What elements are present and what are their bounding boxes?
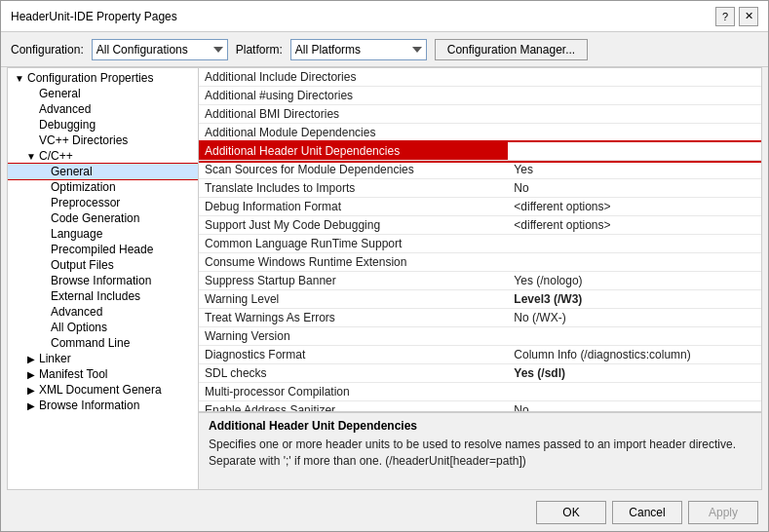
tree-item-optimization[interactable]: Optimization [8, 179, 198, 195]
table-row[interactable]: Debug Information Format<different optio… [199, 198, 761, 216]
tree-panel: ▼Configuration PropertiesGeneralAdvanced… [8, 68, 199, 489]
expand-icon[interactable]: ▶ [23, 354, 39, 364]
tree-item-code-gen[interactable]: Code Generation [8, 210, 198, 226]
prop-name: Debug Information Format [199, 198, 508, 216]
prop-value [508, 87, 761, 105]
tree-item-cmd-line[interactable]: Command Line [8, 335, 198, 351]
tree-item-preprocessor[interactable]: Preprocessor [8, 195, 198, 210]
tree-item-linker[interactable]: ▶Linker [8, 351, 198, 366]
tree-item-language[interactable]: Language [8, 226, 198, 242]
tree-label: VC++ Directories [39, 133, 198, 147]
prop-name: Common Language RunTime Support [199, 235, 508, 253]
tree-item-advanced2[interactable]: Advanced [8, 304, 198, 320]
prop-name: Translate Includes to Imports [199, 179, 508, 198]
table-row[interactable]: Additional Include Directories [199, 68, 761, 87]
table-row[interactable]: Multi-processor Compilation [199, 383, 761, 401]
tree-label: Output Files [51, 258, 198, 272]
dialog-title: HeaderUnit-IDE Property Pages [11, 10, 177, 23]
tree-label: All Options [51, 321, 198, 334]
prop-value: Column Info (/diagnostics:column) [508, 346, 761, 364]
prop-value: Level3 (/W3) [508, 290, 761, 309]
prop-name: Additional #using Directories [199, 87, 508, 105]
table-row[interactable]: SDL checksYes (/sdl) [199, 364, 761, 383]
expand-icon[interactable]: ▼ [12, 73, 27, 84]
tree-label: General [51, 165, 198, 178]
tree-item-browse-info2[interactable]: ▶Browse Information [8, 398, 198, 413]
prop-name: Additional Include Directories [199, 68, 508, 87]
prop-value [508, 124, 761, 142]
table-row[interactable]: Consume Windows Runtime Extension [199, 253, 761, 272]
right-panel: Additional Include DirectoriesAdditional… [199, 68, 761, 489]
tree-item-xml-doc[interactable]: ▶XML Document Genera [8, 382, 198, 398]
platform-select[interactable]: All Platforms [290, 39, 427, 60]
tree-label: Language [51, 227, 198, 241]
table-row[interactable]: Warning Version [199, 327, 761, 346]
tree-label: Optimization [51, 180, 198, 194]
prop-name: Scan Sources for Module Dependencies [199, 161, 508, 179]
prop-value: Yes [508, 161, 761, 179]
table-row[interactable]: Translate Includes to ImportsNo [199, 179, 761, 198]
tree-item-cpp-general[interactable]: General [8, 164, 198, 179]
prop-name: Additional Module Dependencies [199, 124, 508, 142]
prop-value: No [508, 179, 761, 198]
tree-item-general[interactable]: General [8, 86, 198, 101]
ok-button[interactable]: OK [536, 501, 606, 524]
table-row[interactable]: Diagnostics FormatColumn Info (/diagnost… [199, 346, 761, 364]
description-area: Additional Header Unit Dependencies Spec… [199, 411, 761, 489]
expand-icon[interactable]: ▶ [23, 385, 39, 396]
tree-item-vcpp-dirs[interactable]: VC++ Directories [8, 133, 198, 148]
title-controls: ? ✕ [715, 7, 758, 26]
platform-label: Platform: [236, 43, 283, 57]
table-row[interactable]: Additional #using Directories [199, 87, 761, 105]
prop-value [508, 327, 761, 346]
help-button[interactable]: ? [715, 7, 735, 26]
close-button[interactable]: ✕ [739, 7, 758, 26]
table-row[interactable]: Additional BMI Directories [199, 105, 761, 124]
table-row[interactable]: Suppress Startup BannerYes (/nologo) [199, 272, 761, 290]
tree-label: Manifest Tool [39, 367, 198, 381]
tree-label: Code Generation [51, 211, 198, 225]
tree-item-external-inc[interactable]: External Includes [8, 288, 198, 304]
table-row[interactable]: Common Language RunTime Support [199, 235, 761, 253]
tree-item-manifest-tool[interactable]: ▶Manifest Tool [8, 366, 198, 382]
tree-item-config-props[interactable]: ▼Configuration Properties [8, 70, 198, 86]
cancel-button[interactable]: Cancel [612, 501, 682, 524]
config-select[interactable]: All Configurations [92, 39, 228, 60]
tree-label: Precompiled Heade [51, 243, 198, 256]
table-row[interactable]: Scan Sources for Module DependenciesYes [199, 161, 761, 179]
table-row[interactable]: Warning LevelLevel3 (/W3) [199, 290, 761, 309]
table-row[interactable]: Additional Header Unit Dependencies [199, 142, 761, 161]
prop-name: Support Just My Code Debugging [199, 216, 508, 235]
expand-icon[interactable]: ▼ [23, 151, 39, 162]
tree-item-output-files[interactable]: Output Files [8, 257, 198, 273]
prop-name: Multi-processor Compilation [199, 383, 508, 401]
config-label: Configuration: [11, 43, 84, 57]
tree-item-cpp[interactable]: ▼C/C++ [8, 148, 198, 164]
prop-value: Yes (/nologo) [508, 272, 761, 290]
config-manager-button[interactable]: Configuration Manager... [435, 39, 588, 60]
tree-label: Debugging [39, 118, 198, 132]
tree-label: General [39, 87, 198, 100]
prop-value: <different options> [508, 216, 761, 235]
tree-item-browse-info[interactable]: Browse Information [8, 273, 198, 288]
tree-item-precompiled[interactable]: Precompiled Heade [8, 242, 198, 257]
tree-label: Advanced [39, 102, 198, 116]
footer: OK Cancel Apply [1, 494, 768, 531]
prop-value: No [508, 401, 761, 412]
tree-item-debugging[interactable]: Debugging [8, 117, 198, 133]
properties-table: Additional Include DirectoriesAdditional… [199, 68, 761, 411]
table-row[interactable]: Additional Module Dependencies [199, 124, 761, 142]
tree-label: C/C++ [39, 149, 198, 163]
table-row[interactable]: Enable Address SanitizerNo [199, 401, 761, 412]
expand-icon[interactable]: ▶ [23, 400, 39, 411]
desc-text: Specifies one or more header units to be… [209, 437, 751, 470]
tree-label: Command Line [51, 336, 198, 350]
prop-name: Additional Header Unit Dependencies [199, 142, 508, 161]
prop-name: Warning Version [199, 327, 508, 346]
apply-button[interactable]: Apply [688, 501, 758, 524]
expand-icon[interactable]: ▶ [23, 369, 39, 380]
table-row[interactable]: Support Just My Code Debugging<different… [199, 216, 761, 235]
tree-item-all-options[interactable]: All Options [8, 320, 198, 335]
table-row[interactable]: Treat Warnings As ErrorsNo (/WX-) [199, 309, 761, 327]
tree-item-advanced[interactable]: Advanced [8, 101, 198, 117]
